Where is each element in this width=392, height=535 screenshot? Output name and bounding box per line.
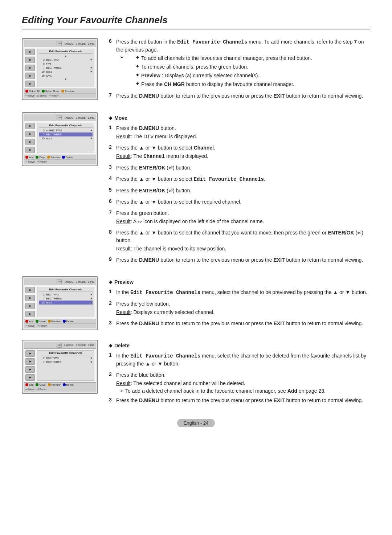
red-dot-1 [25, 90, 28, 93]
move-steps: Move 1 Press the D.MENU button. Result: … [109, 112, 370, 268]
tv-main-area-3: ▶ ▶ ▶ ▶ Edit Favourite Channels 2 BBC TW… [24, 285, 96, 319]
ch-star-2: ★ [90, 58, 93, 61]
move-step-1: 1 Press the D.MENU button. Result: The D… [109, 124, 370, 141]
delete-step-1-content: In the Edit Favourite Channels menu, sel… [116, 352, 370, 368]
move-step-1-content: Press the D.MENU button. Result: The DTV… [116, 124, 370, 141]
tv-left-icons-2: ▶ ▶ ▶ ▶ [25, 123, 36, 153]
move-step-4-text: Press the ▲ or ▼ button to select Edit F… [116, 175, 370, 183]
move-step-num-9: 9 [109, 256, 114, 265]
channel-list-title-3: Edit Favourite Channels [39, 288, 93, 292]
channel-row-p2: 2 BBC TWO ★ [39, 293, 93, 297]
ch-star-7: ★ [90, 66, 93, 69]
move-step-num-3: 3 [109, 164, 114, 172]
move-step-1-text: Press the D.MENU button. [116, 124, 370, 132]
ch-num-2: 2 [39, 58, 45, 61]
move-step-8: 8 Press the ▲ or ▼ button to select the … [109, 229, 370, 253]
channel-row-p15: 15 abc1 ★ [39, 301, 93, 305]
channel-row-m15: 15 abc1 ★ [39, 136, 93, 140]
tv-label-spie-3: S.PIE [88, 281, 94, 283]
red-dot-p [25, 320, 28, 323]
preview-steps: Preview 1 In the Edit Favourite Channels… [109, 276, 370, 331]
preview-step-num-3: 3 [109, 320, 114, 328]
step-6-content: Press the red button in the Edit Favouri… [116, 38, 370, 89]
channel-row-m2: 2 ⇔ BBC TWO ★ [39, 128, 93, 132]
tv-side-icon-5: ▶ [25, 81, 35, 87]
move-step-num-4: 4 [109, 175, 114, 184]
ch-star-p2: ★ [90, 293, 93, 296]
tv-icon-hp-2: HP [57, 115, 62, 120]
step-7-top-content: Press the D.MENU button to return to the… [116, 92, 370, 101]
channel-row-m7: 7 BBC THREE [39, 132, 93, 136]
tv-left-icons-4: ▶ ▶ ▶ ▶ [25, 350, 36, 381]
page-badge: English - 24 [177, 419, 215, 427]
ch-name-five: Five [46, 62, 93, 65]
tv-bottom-bar-2: Add Drop Preview Delete [24, 155, 96, 159]
delete-extra-text: To add a deleted channel back in to the … [125, 388, 326, 394]
red-dot-m [25, 156, 28, 159]
tv-label-pmode-4: P.MODE [64, 344, 74, 347]
ch-num-p2: 2 [39, 293, 45, 296]
move-step-8-text: Press the ▲ or ▼ button to select the ch… [116, 229, 370, 244]
red-dot-d [25, 383, 28, 386]
green-dot-m [36, 156, 38, 159]
code-edit-fav: Edit Favourite Channels [177, 39, 247, 45]
bullet-preview: Preview : Displays (a) currently selecte… [136, 72, 312, 79]
preview-step-2-result: Result: Displays currently selected chan… [116, 309, 370, 316]
delete-step-num-1: 1 [109, 352, 114, 368]
tv-side-icon-2-3: ▶ [25, 139, 35, 145]
green-dot-d [36, 383, 38, 386]
ch-star-p7: ★ [90, 297, 93, 300]
ch-name-qvc: QVC [46, 74, 93, 77]
channel-row-2: 2 BBC TWO ★ [39, 58, 93, 62]
bullet-chmgr: Press the CH MGR button to display the f… [136, 81, 312, 88]
tv-label-spie-4: S.PIE [88, 344, 94, 347]
move-step-3: 3 Press the ENTER/OK (⏎) button. [109, 164, 370, 172]
delete-step-num-3: 3 [109, 397, 114, 405]
move-header: Move [109, 115, 370, 121]
move-step-2: 2 Press the ▲ or ▼ button to select Chan… [109, 144, 370, 161]
tv-main-area-2: ▶ ▶ ▶ ▶ Edit Favourite Channels 2 ⇔ BBC … [24, 121, 96, 155]
move-step-num-7: 7 [109, 209, 114, 226]
btn-yellow-preview-m: Preview [47, 156, 60, 159]
tv-top-bar-4: HP P.MODE S.MODE S.PIE [24, 342, 96, 349]
delete-extra-arrow: To add a deleted channel back in to the … [120, 388, 370, 394]
preview-step-num-2: 2 [109, 300, 114, 317]
tv-side-icon-2-4: ▶ [25, 147, 35, 153]
ch-star-d2: ★ [90, 356, 93, 360]
ch-name-abc1: abc1 [46, 70, 90, 73]
blue-dot-p [63, 320, 66, 323]
move-step-7: 7 Press the green button. Result: A ⇔ ic… [109, 209, 370, 226]
tv-label-pmode: P.MODE [64, 42, 74, 45]
move-step-7-result: Result: A ⇔ icon is displayed on the lef… [116, 218, 370, 225]
channel-list-title-2: Edit Favourite Channels [39, 124, 93, 128]
move-step-4: 4 Press the ▲ or ▼ button to select Edit… [109, 175, 370, 184]
tv-channel-list-1: Edit Favourite Channels ▲ 2 BBC TWO ★ 5 … [37, 49, 94, 87]
channel-row-p7: 7 BBC THREE ★ [39, 297, 93, 301]
tv-label-pmode-3: P.MODE [64, 281, 74, 283]
tv-icon-hp-3: HP [57, 279, 62, 284]
yellow-dot-1 [61, 90, 64, 93]
delete-step-3: 3 Press the D.MENU button to return to t… [109, 397, 370, 405]
ch-num-m15: 15 [39, 137, 45, 140]
tv-screen-1: HP P.MODE S.MODE S.PIE ▶ ▶ ▶ ▶ ▶ Edit Fa… [22, 38, 98, 100]
tv-side-icon-3-1: ▶ [25, 287, 35, 293]
channel-row-5: 5 Five [39, 62, 93, 66]
btn-red-selectall: Select All [25, 90, 40, 93]
btn-green-move-d: Move [36, 383, 45, 386]
tv-label-pmode-2: P.MODE [64, 117, 74, 119]
tv-bottom-bar-1: Select All Select None Preview [24, 89, 96, 93]
delete-step-1-text: In the Edit Favourite Channels menu, sel… [116, 352, 370, 368]
preview-section: HP P.MODE S.MODE S.PIE ▶ ▶ ▶ ▶ Edit Favo… [22, 276, 370, 331]
top-section: HP P.MODE S.MODE S.PIE ▶ ▶ ▶ ▶ ▶ Edit Fa… [22, 38, 370, 103]
move-step-7-content: Press the green button. Result: A ⇔ icon… [116, 209, 370, 226]
ch-name-d-bbcthree: BBC THREE [46, 360, 90, 364]
btn-blue-delete-d: Delete [63, 383, 74, 386]
channel-row-d2: 2 BBC TWO ★ [39, 356, 93, 360]
yellow-dot-p [48, 320, 51, 323]
green-dot-p [36, 320, 38, 323]
green-dot-1 [42, 90, 45, 93]
btn-red-add-d: Add [25, 383, 33, 386]
tv-label-smode-4: S.MODE [75, 344, 86, 347]
screen-4-container: HP P.MODE S.MODE S.PIE ▶ ▶ ▶ ▶ Edit Favo… [22, 340, 102, 408]
channel-list-title-4: Edit Favourite Channels [39, 351, 93, 355]
